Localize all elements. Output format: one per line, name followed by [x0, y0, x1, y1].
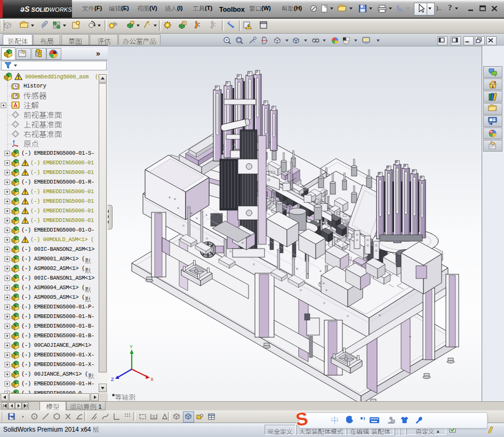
svg-text:X: X [150, 377, 154, 382]
svg-text:Y: Y [130, 344, 133, 349]
svg-text:Z: Z [111, 377, 114, 382]
svg-text:S: S [294, 410, 309, 429]
